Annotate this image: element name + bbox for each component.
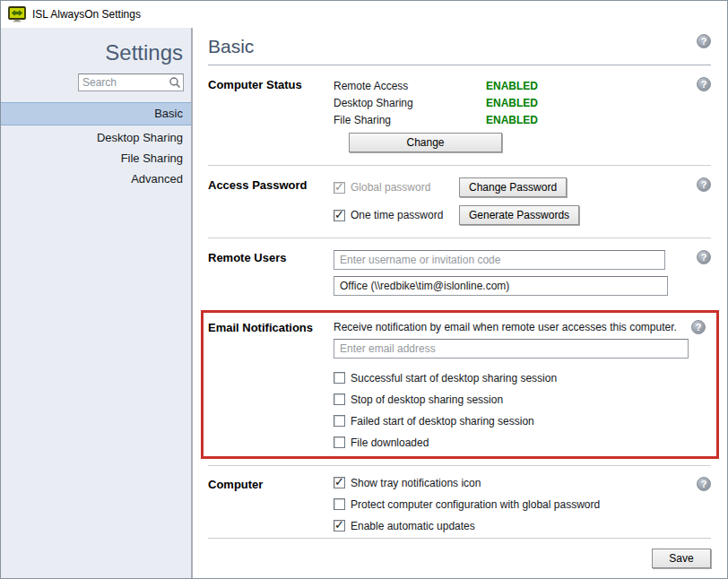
search-icon (169, 76, 181, 89)
section-computer: Computer Show tray notifications icon Pr… (208, 465, 711, 544)
checkbox-box (334, 182, 345, 194)
section-access-password: Access Password Global password Change P… (208, 166, 711, 238)
sidebar-title: Settings (1, 40, 191, 65)
search-box (78, 73, 184, 91)
checkbox-box[interactable] (334, 477, 345, 488)
checkbox-box[interactable] (334, 415, 345, 427)
status-badge: ENABLED (486, 97, 538, 109)
checkbox-box[interactable] (334, 393, 345, 405)
checkbox-label: Global password (351, 181, 430, 194)
sidebar-nav: Basic Desktop Sharing File Sharing Advan… (1, 102, 191, 189)
computer-checkbox-protect-config[interactable]: Protect computer configuration with glob… (334, 498, 600, 510)
generate-passwords-button[interactable]: Generate Passwords (459, 205, 579, 225)
checkbox-box[interactable] (334, 372, 345, 384)
help-icon-page[interactable] (697, 34, 711, 48)
remote-user-entry[interactable] (334, 276, 668, 296)
page-header: Basic (208, 28, 711, 65)
help-icon-email-notifications[interactable] (691, 320, 706, 334)
status-badge: ENABLED (486, 80, 538, 92)
titlebar: ISL AlwaysOn Settings (1, 1, 727, 28)
section-title: Computer (208, 477, 334, 491)
one-time-password-checkbox[interactable]: One time password (334, 209, 459, 221)
help-icon-remote-users[interactable] (697, 250, 711, 264)
checkbox-box[interactable] (334, 436, 345, 448)
email-notifications-description: Receive notification by email when remot… (334, 320, 686, 333)
checkbox-label: One time password (351, 209, 443, 221)
status-label: File Sharing (334, 114, 486, 126)
status-label: Remote Access (334, 80, 486, 92)
section-computer-status: Computer Status Remote Access ENABLED De… (208, 65, 711, 166)
email-checkbox-stop-session[interactable]: Stop of desktop sharing session (334, 393, 706, 405)
status-row: Remote Access ENABLED (334, 77, 538, 94)
section-title: Email Notifications (208, 320, 334, 334)
checkbox-label: Stop of desktop sharing session (351, 393, 503, 406)
email-checkbox-file-downloaded[interactable]: File downloaded (334, 436, 706, 448)
email-checkbox-failed-start[interactable]: Failed start of desktop sharing session (334, 415, 706, 427)
isl-alwayson-app-icon (8, 6, 26, 22)
section-title: Access Password (208, 177, 334, 192)
checkbox-label: Enable automatic updates (351, 520, 475, 532)
checkbox-label: File downloaded (351, 436, 429, 449)
checkbox-label: Protect computer configuration with glob… (351, 498, 600, 511)
status-row: File Sharing ENABLED (334, 111, 538, 128)
computer-checkbox-auto-updates[interactable]: Enable automatic updates (334, 520, 600, 531)
main-panel: Basic Computer Status Remote Access ENAB… (193, 28, 727, 578)
help-icon-computer[interactable] (697, 477, 711, 491)
change-button[interactable]: Change (349, 133, 502, 152)
highlight-red-frame: Email Notifications Receive notification… (201, 310, 719, 459)
section-title: Computer Status (208, 77, 334, 91)
checkbox-box[interactable] (334, 498, 345, 510)
save-button[interactable]: Save (652, 549, 711, 568)
checkbox-label: Failed start of desktop sharing session (351, 415, 534, 428)
section-title: Remote Users (208, 250, 334, 264)
section-remote-users: Remote Users (208, 238, 711, 308)
status-badge: ENABLED (486, 114, 538, 126)
sidebar-item-desktop-sharing[interactable]: Desktop Sharing (1, 127, 191, 148)
footer: Save (208, 538, 711, 568)
window-title: ISL AlwaysOn Settings (32, 8, 141, 21)
section-email-notifications: Email Notifications Receive notification… (208, 320, 706, 448)
status-row: Desktop Sharing ENABLED (334, 94, 538, 111)
help-icon-access-password[interactable] (697, 177, 711, 192)
global-password-checkbox: Global password (334, 181, 459, 194)
help-icon-computer-status[interactable] (697, 77, 711, 91)
page-title: Basic (208, 34, 254, 59)
sidebar-item-advanced[interactable]: Advanced (1, 169, 191, 189)
remote-user-input[interactable] (334, 250, 665, 270)
change-password-button[interactable]: Change Password (459, 177, 567, 197)
checkbox-box[interactable] (334, 520, 345, 531)
sidebar: Settings Basic Desktop Sharing File Shar… (1, 28, 193, 578)
checkbox-label: Successful start of desktop sharing sess… (351, 372, 557, 385)
checkbox-box[interactable] (334, 210, 345, 221)
email-address-input[interactable] (334, 339, 689, 359)
sidebar-item-file-sharing[interactable]: File Sharing (1, 148, 191, 169)
checkbox-label: Show tray notifications icon (351, 477, 481, 489)
sidebar-item-basic[interactable]: Basic (1, 102, 191, 125)
status-label: Desktop Sharing (334, 97, 486, 109)
email-checkbox-successful-start[interactable]: Successful start of desktop sharing sess… (334, 372, 706, 384)
computer-checkbox-tray-icon[interactable]: Show tray notifications icon (334, 477, 600, 488)
settings-window: ISL AlwaysOn Settings Settings Basic Des… (0, 0, 728, 579)
